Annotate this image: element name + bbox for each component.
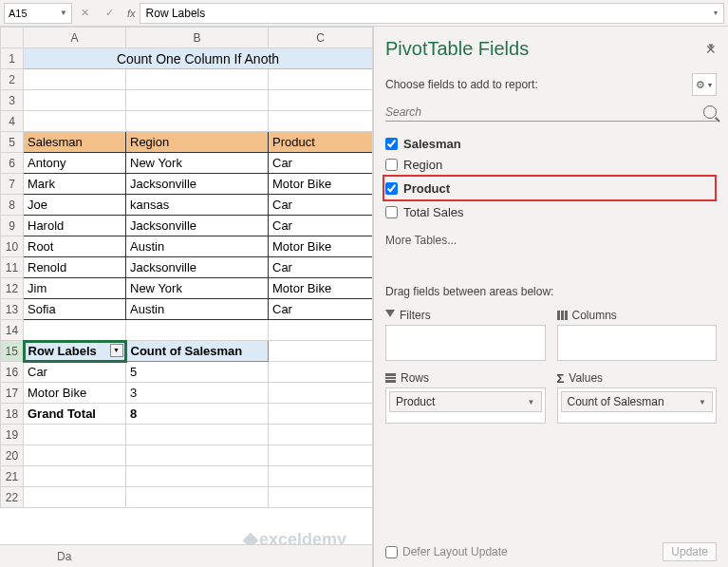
defer-checkbox[interactable] bbox=[385, 546, 398, 558]
cell[interactable]: New York bbox=[126, 153, 269, 174]
chevron-down-icon[interactable]: ▾ bbox=[714, 9, 718, 17]
pivot-count-header[interactable]: Count of Salesman bbox=[126, 341, 269, 362]
cell[interactable]: Austin bbox=[126, 236, 269, 257]
cell[interactable]: Antony bbox=[24, 153, 126, 174]
row-header[interactable]: 5 bbox=[1, 132, 24, 153]
select-all-corner[interactable] bbox=[1, 28, 24, 48]
cell[interactable]: kansas bbox=[126, 195, 269, 216]
columns-dropzone[interactable] bbox=[557, 325, 718, 361]
sheet-tab[interactable]: Da bbox=[57, 550, 71, 563]
row-header[interactable]: 2 bbox=[1, 69, 24, 90]
row-header[interactable]: 7 bbox=[1, 174, 24, 195]
row-header[interactable]: 3 bbox=[1, 90, 24, 111]
cell[interactable] bbox=[126, 320, 269, 341]
accept-button[interactable]: ✓ bbox=[97, 3, 121, 24]
cell[interactable] bbox=[24, 69, 126, 90]
cell[interactable]: Sofia bbox=[24, 299, 126, 320]
cell[interactable] bbox=[269, 111, 373, 132]
row-header[interactable]: 16 bbox=[1, 362, 24, 383]
cell[interactable]: Region bbox=[126, 132, 269, 153]
cell[interactable]: Motor Bike bbox=[269, 278, 373, 299]
row-header[interactable]: 4 bbox=[1, 111, 24, 132]
search-input[interactable] bbox=[385, 105, 703, 119]
cell[interactable] bbox=[126, 445, 269, 466]
rows-pill[interactable]: Product▼ bbox=[389, 391, 542, 412]
cell[interactable] bbox=[269, 320, 373, 341]
row-header[interactable]: 9 bbox=[1, 216, 24, 236]
cell[interactable] bbox=[24, 425, 126, 445]
title-cell[interactable]: Count One Column If Anoth bbox=[24, 48, 373, 69]
cell[interactable]: Car bbox=[269, 195, 373, 216]
cell[interactable] bbox=[269, 466, 373, 487]
row-header[interactable]: 12 bbox=[1, 278, 24, 299]
cell[interactable]: Mark bbox=[24, 174, 126, 195]
search-icon[interactable] bbox=[703, 105, 717, 119]
fx-icon[interactable]: fx bbox=[127, 8, 136, 19]
cell[interactable] bbox=[269, 487, 373, 508]
field-product[interactable]: Product bbox=[385, 178, 711, 198]
pivot-row-labels-header[interactable]: Row Labels▼ bbox=[24, 341, 126, 362]
row-header[interactable]: 11 bbox=[1, 257, 24, 278]
update-button[interactable]: Update bbox=[663, 542, 717, 561]
cell[interactable]: Renold bbox=[24, 257, 126, 278]
gear-button[interactable]: ⚙▼ bbox=[692, 73, 717, 96]
cell[interactable]: Motor Bike bbox=[24, 383, 126, 404]
field-total-sales[interactable]: Total Sales bbox=[385, 201, 717, 222]
chevron-down-icon[interactable]: ▼ bbox=[528, 398, 535, 406]
chevron-down-icon[interactable]: ▼ bbox=[699, 398, 706, 406]
cell[interactable]: Product bbox=[269, 132, 373, 153]
row-header[interactable]: 19 bbox=[1, 425, 24, 445]
cell[interactable] bbox=[269, 90, 373, 111]
cell[interactable]: Root bbox=[24, 236, 126, 257]
cell[interactable] bbox=[24, 111, 126, 132]
chevron-down-icon[interactable]: ▼ bbox=[60, 9, 67, 17]
rows-dropzone[interactable]: Product▼ bbox=[385, 387, 546, 424]
cell[interactable] bbox=[24, 320, 126, 341]
cell[interactable] bbox=[269, 404, 373, 425]
cell[interactable] bbox=[126, 69, 269, 90]
row-header[interactable]: 13 bbox=[1, 299, 24, 320]
cell[interactable] bbox=[24, 487, 126, 508]
col-header-B[interactable]: B bbox=[126, 28, 269, 48]
cell[interactable]: Jacksonville bbox=[126, 216, 269, 236]
row-header[interactable]: 15 bbox=[1, 341, 24, 362]
cell[interactable] bbox=[269, 383, 373, 404]
panel-chevron-icon[interactable]: ▼ bbox=[707, 42, 715, 50]
cell[interactable]: New York bbox=[126, 278, 269, 299]
cell[interactable]: 8 bbox=[126, 404, 269, 425]
cell[interactable]: Joe bbox=[24, 195, 126, 216]
values-pill[interactable]: Count of Salesman▼ bbox=[561, 391, 714, 412]
field-region[interactable]: Region bbox=[385, 154, 717, 175]
cell[interactable]: Car bbox=[269, 299, 373, 320]
row-header[interactable]: 14 bbox=[1, 320, 24, 341]
cell[interactable] bbox=[269, 362, 373, 383]
row-header[interactable]: 17 bbox=[1, 383, 24, 404]
field-checkbox[interactable] bbox=[385, 206, 398, 218]
row-header[interactable]: 18 bbox=[1, 404, 24, 425]
cell[interactable]: Salesman bbox=[24, 132, 126, 153]
cancel-button[interactable]: ✕ bbox=[72, 3, 97, 24]
cell[interactable]: Car bbox=[269, 153, 373, 174]
cell[interactable]: Motor Bike bbox=[269, 236, 373, 257]
cell[interactable]: 5 bbox=[126, 362, 269, 383]
col-header-C[interactable]: C bbox=[269, 28, 373, 48]
cell[interactable] bbox=[126, 425, 269, 445]
row-header[interactable]: 21 bbox=[1, 466, 24, 487]
field-checkbox[interactable] bbox=[385, 182, 398, 195]
filters-dropzone[interactable] bbox=[385, 325, 546, 361]
cell[interactable]: Jim bbox=[24, 278, 126, 299]
cell[interactable] bbox=[269, 445, 373, 466]
field-checkbox[interactable] bbox=[385, 159, 398, 171]
cell[interactable] bbox=[126, 90, 269, 111]
cell[interactable] bbox=[24, 90, 126, 111]
cell[interactable]: Car bbox=[24, 362, 126, 383]
more-tables-link[interactable]: More Tables... bbox=[385, 234, 717, 247]
cell[interactable] bbox=[126, 487, 269, 508]
row-header[interactable]: 22 bbox=[1, 487, 24, 508]
defer-checkbox-label[interactable]: Defer Layout Update bbox=[385, 545, 508, 558]
cell[interactable] bbox=[24, 466, 126, 487]
cell[interactable] bbox=[269, 69, 373, 90]
cell[interactable] bbox=[126, 466, 269, 487]
row-header[interactable]: 20 bbox=[1, 445, 24, 466]
cell[interactable]: Motor Bike bbox=[269, 174, 373, 195]
